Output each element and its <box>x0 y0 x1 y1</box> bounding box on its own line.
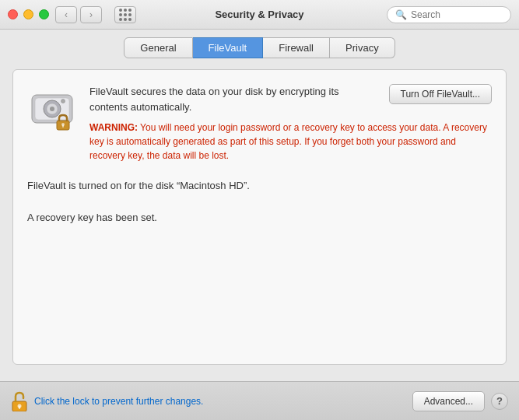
turn-off-filevault-button[interactable]: Turn Off FileVault... <box>389 84 492 104</box>
grid-button[interactable] <box>114 6 136 23</box>
tab-filevault[interactable]: FileVault <box>193 37 264 58</box>
svg-rect-11 <box>19 406 20 409</box>
back-button[interactable]: ‹ <box>55 6 77 23</box>
search-input[interactable] <box>411 9 504 20</box>
filevault-status-line2: A recovery key has been set. <box>27 210 492 226</box>
warning-text: WARNING: You will need your login passwo… <box>89 121 492 163</box>
forward-button[interactable]: › <box>80 6 102 23</box>
search-box[interactable]: 🔍 <box>387 6 511 23</box>
minimize-button[interactable] <box>23 9 33 19</box>
filevault-title-row: FileVault secures the data on your disk … <box>89 84 492 114</box>
titlebar: ‹ › Security & Privacy 🔍 <box>0 0 519 30</box>
advanced-button[interactable]: Advanced... <box>412 391 485 411</box>
filevault-description: FileVault secures the data on your disk … <box>89 84 380 114</box>
grid-icon <box>119 9 132 21</box>
filevault-icon <box>27 84 77 134</box>
lock-text[interactable]: Click the lock to prevent further change… <box>34 396 203 407</box>
tab-bar: General FileVault Firewall Privacy <box>12 37 507 58</box>
svg-rect-8 <box>62 124 64 128</box>
tab-firewall[interactable]: Firewall <box>263 37 330 58</box>
close-button[interactable] <box>8 9 18 19</box>
bottom-right: Advanced... ? <box>412 391 508 411</box>
svg-point-4 <box>50 107 54 111</box>
tab-general[interactable]: General <box>124 37 192 58</box>
tab-privacy[interactable]: Privacy <box>330 37 395 58</box>
svg-point-5 <box>61 100 65 103</box>
window-controls <box>8 9 49 19</box>
main-content: General FileVault Firewall Privacy <box>0 30 519 373</box>
window-title: Security & Privacy <box>215 9 303 20</box>
lock-section: Click the lock to prevent further change… <box>11 391 203 411</box>
bottom-bar: Click the lock to prevent further change… <box>0 381 519 420</box>
warning-body: You will need your login password or a r… <box>89 122 487 161</box>
warning-label: WARNING: <box>89 122 138 133</box>
filevault-status-line1: FileVault is turned on for the disk “Mac… <box>27 178 492 194</box>
maximize-button[interactable] <box>39 9 49 19</box>
padlock-icon[interactable] <box>11 391 28 411</box>
help-button[interactable]: ? <box>491 393 508 410</box>
search-icon: 🔍 <box>395 9 407 20</box>
filevault-info: FileVault secures the data on your disk … <box>89 84 492 163</box>
nav-buttons: ‹ › <box>55 6 102 23</box>
filevault-panel: FileVault secures the data on your disk … <box>12 69 507 365</box>
filevault-header: FileVault secures the data on your disk … <box>27 84 492 163</box>
